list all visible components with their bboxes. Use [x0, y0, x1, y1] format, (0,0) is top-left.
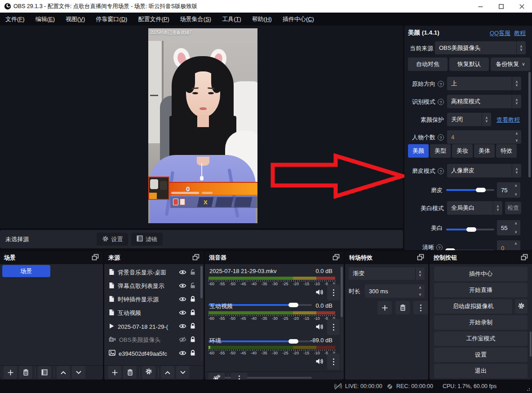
smooth-spinbox[interactable]: 75 [497, 182, 520, 198]
menu-tools[interactable]: 工具(T) [217, 13, 247, 26]
tab-shape[interactable]: 美型 [430, 144, 451, 158]
close-button[interactable] [511, 0, 532, 13]
lock-icon[interactable] [190, 349, 196, 358]
mixer-channel-menu-button[interactable] [327, 284, 340, 300]
clarity-slider[interactable] [446, 250, 494, 250]
help-icon[interactable] [438, 99, 444, 105]
help-icon[interactable] [438, 134, 444, 141]
visible-eye-icon[interactable] [179, 323, 186, 331]
current-source-select[interactable]: OBS美颜摄像头 [435, 41, 526, 54]
plugin-center-button[interactable]: 插件中心 [434, 267, 528, 281]
whiten-spinbox[interactable]: 55 [497, 220, 520, 235]
source-row[interactable]: OBS美颜摄像头 [104, 333, 200, 347]
menu-profile[interactable]: 配置文件(P) [133, 13, 174, 26]
visible-eye-icon[interactable] [179, 283, 186, 290]
duration-spinbox[interactable]: 300 ms [365, 284, 425, 298]
source-row[interactable]: 背景音乐显示-桌面 [104, 266, 200, 279]
lock-icon[interactable] [190, 322, 196, 331]
lock-icon[interactable] [190, 309, 196, 317]
speaker-icon[interactable] [315, 323, 324, 332]
help-icon[interactable] [438, 81, 444, 87]
mixer-scrollbar[interactable] [341, 266, 343, 370]
whiten-slider[interactable] [446, 229, 494, 230]
start-streaming-button[interactable]: 开始直播 [434, 283, 528, 297]
smooth-slider[interactable] [446, 189, 494, 191]
view-tutorial-link[interactable]: 查看教程 [497, 116, 520, 124]
backup-restore-button[interactable]: 备份恢复 [491, 57, 530, 71]
hidden-eye-icon[interactable] [179, 336, 186, 344]
scene-up-button[interactable] [57, 366, 70, 379]
recognition-mode-select[interactable]: 高精度模式 [447, 95, 521, 108]
menu-plugin-center[interactable]: 插件中心(C) [277, 13, 319, 26]
tab-makeup[interactable]: 美妆 [452, 144, 473, 158]
menu-help[interactable]: 帮助(H) [247, 13, 277, 26]
scene-filters-button[interactable] [38, 366, 51, 379]
visible-eye-icon[interactable] [179, 309, 186, 317]
person-count-spinbox[interactable]: 4 [447, 130, 521, 144]
popout-icon[interactable] [332, 254, 340, 262]
menu-edit[interactable]: 编辑(E) [30, 13, 60, 26]
help-icon[interactable] [436, 244, 443, 250]
whiten-mode-select[interactable]: 全局美白 [447, 201, 502, 215]
smooth-mode-select[interactable]: 人像磨皮 [447, 164, 521, 177]
transition-select[interactable]: 渐变 [349, 267, 425, 280]
remove-scene-button[interactable] [19, 366, 32, 379]
resize-grip[interactable] [525, 386, 530, 391]
bare-face-protection-select[interactable]: 关闭 [447, 113, 491, 126]
controls-scrollbar[interactable] [530, 331, 532, 357]
speaker-icon[interactable] [315, 289, 324, 297]
tab-body[interactable]: 美体 [474, 144, 495, 158]
volume-slider[interactable] [208, 340, 312, 342]
tab-beauty[interactable]: 美颜 [408, 144, 429, 158]
source-down-button[interactable] [176, 366, 190, 379]
menu-scene-collection[interactable]: 场景集合(S) [175, 13, 217, 26]
start-recording-button[interactable]: 开始录制 [434, 315, 528, 330]
source-row[interactable]: 时钟插件显示源 [104, 293, 200, 306]
menu-file[interactable]: 文件(F) [0, 13, 30, 26]
popout-icon[interactable] [192, 254, 200, 262]
orientation-select[interactable]: 上 [447, 77, 521, 90]
lock-icon[interactable] [190, 296, 196, 304]
visible-eye-icon[interactable] [179, 296, 186, 304]
exit-button[interactable]: 退出 [434, 364, 528, 378]
popout-icon[interactable] [521, 254, 528, 262]
scene-down-button[interactable] [72, 366, 85, 379]
autofocus-button[interactable]: 自动对焦 [408, 57, 448, 71]
source-up-button[interactable] [161, 366, 174, 379]
mixer-menu-button[interactable] [231, 373, 247, 380]
popout-icon[interactable] [417, 254, 424, 262]
qq-support-link[interactable]: QQ客服 [490, 29, 510, 37]
start-virtual-camera-button[interactable]: 启动虚拟摄像机 [434, 299, 512, 314]
source-row[interactable]: e394502df49aa5fc [104, 347, 200, 360]
lock-icon[interactable] [190, 336, 196, 344]
menu-view[interactable]: 视图(V) [60, 13, 90, 26]
maximize-button[interactable] [491, 0, 511, 13]
remove-source-button[interactable] [123, 366, 137, 379]
source-filters-button[interactable]: 滤镜 [131, 233, 163, 246]
transition-properties-button[interactable] [413, 301, 428, 314]
visible-eye-icon[interactable] [179, 350, 186, 358]
virtual-camera-settings-button[interactable] [515, 299, 528, 314]
add-transition-button[interactable] [377, 301, 392, 314]
scene-item[interactable]: 场景 [2, 265, 50, 277]
beauty-panel-scrollbar[interactable] [528, 72, 531, 177]
source-row[interactable]: 互动视频 [104, 306, 200, 320]
remove-transition-button[interactable] [395, 301, 410, 314]
preview-area[interactable]: 0 X 2025列表已准备就绪7 [0, 26, 403, 228]
sources-scrollbar[interactable] [200, 266, 203, 361]
popout-icon[interactable] [92, 254, 99, 262]
source-row[interactable]: 弹幕点歌列表显示 [104, 279, 200, 293]
tab-effects[interactable]: 特效 [496, 144, 517, 158]
speaker-icon[interactable] [315, 358, 324, 367]
add-source-button[interactable] [108, 366, 121, 379]
unlock-icon[interactable] [190, 282, 196, 290]
minimize-button[interactable] [470, 0, 491, 13]
source-settings-button[interactable]: 设置 [97, 233, 128, 246]
clarity-spinbox[interactable]: 0 [497, 240, 520, 250]
unlock-icon[interactable] [190, 269, 196, 277]
add-scene-button[interactable] [4, 366, 17, 379]
advanced-audio-button[interactable] [208, 373, 225, 380]
mixer-channel-menu-button[interactable] [327, 319, 340, 335]
tutorial-link[interactable]: 教程 [514, 29, 526, 37]
menu-docks[interactable]: 停靠窗口(D) [90, 13, 133, 26]
